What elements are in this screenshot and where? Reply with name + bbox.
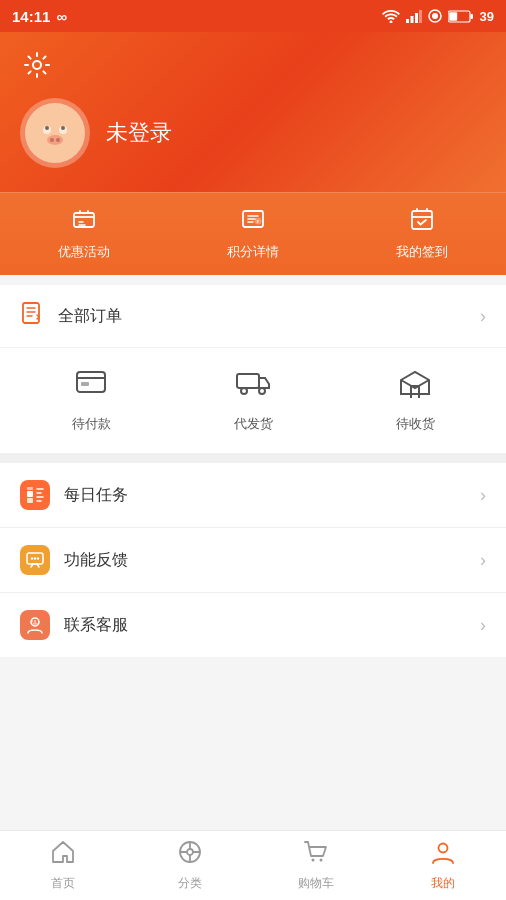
dispatching-label: 代发货 (234, 415, 273, 433)
order-status-row: 待付款 代发货 (0, 348, 506, 453)
all-orders-row[interactable]: 全部订单 › (0, 285, 506, 348)
nav-category-label: 分类 (178, 875, 202, 892)
promotions-label: 优惠活动 (58, 243, 110, 261)
pending-payment-label: 待付款 (72, 415, 111, 433)
category-icon (177, 839, 203, 871)
svg-point-39 (33, 622, 38, 624)
nav-cart[interactable]: 购物车 (253, 831, 380, 900)
menu-item-feedback[interactable]: 功能反馈 › (0, 528, 506, 592)
status-time: 14:11 (12, 8, 50, 25)
nav-home-label: 首页 (51, 875, 75, 892)
nav-home[interactable]: 首页 (0, 831, 127, 900)
battery-level: 39 (480, 9, 494, 24)
svg-rect-1 (410, 16, 413, 23)
svg-rect-23 (23, 303, 39, 323)
status-bar: 14:11 ∞ 39 (0, 0, 506, 32)
nav-mine[interactable]: 我的 (380, 831, 507, 900)
checkin-label: 我的签到 (396, 243, 448, 261)
header-area: 未登录 (0, 32, 506, 192)
svg-rect-0 (406, 19, 409, 23)
record-icon (428, 9, 442, 23)
svg-point-14 (50, 138, 54, 142)
pending-receipt-label: 待收货 (396, 415, 435, 433)
quick-link-checkin[interactable]: 我的签到 (337, 193, 506, 275)
svg-rect-24 (77, 372, 105, 392)
order-status-pending-receipt[interactable]: 待收货 (396, 364, 435, 433)
daily-tasks-label: 每日任务 (64, 485, 480, 506)
svg-rect-25 (81, 382, 89, 386)
menu-item-customer-service[interactable]: 联系客服 › (0, 593, 506, 657)
points-label: 积分详情 (227, 243, 279, 261)
order-status-dispatching[interactable]: 代发货 (234, 364, 273, 433)
pending-receipt-icon (397, 364, 433, 407)
svg-point-28 (259, 388, 265, 394)
svg-rect-8 (449, 12, 457, 21)
svg-point-35 (37, 557, 39, 559)
avatar (20, 98, 90, 168)
svg-rect-29 (27, 491, 33, 497)
svg-point-27 (241, 388, 247, 394)
svg-point-33 (31, 557, 33, 559)
promotions-icon (72, 207, 96, 237)
points-icon: ¥ (241, 207, 265, 237)
profile-row[interactable]: 未登录 (20, 98, 486, 168)
svg-point-16 (45, 126, 49, 130)
battery-icon (448, 10, 474, 23)
feedback-icon (20, 545, 50, 575)
svg-point-5 (432, 13, 438, 19)
svg-rect-22 (412, 211, 432, 229)
dispatching-icon (235, 364, 271, 407)
svg-rect-26 (237, 374, 259, 388)
mine-icon (430, 839, 456, 871)
all-orders-chevron: › (480, 306, 486, 327)
menu-item-daily-tasks[interactable]: 每日任务 › (0, 463, 506, 527)
bottom-nav: 首页 分类 购物车 我的 (0, 830, 506, 900)
svg-point-17 (61, 126, 65, 130)
all-orders-icon (20, 301, 44, 331)
status-left: 14:11 ∞ (12, 8, 67, 25)
feedback-chevron: › (480, 550, 486, 571)
svg-point-34 (34, 557, 36, 559)
svg-rect-31 (27, 498, 33, 503)
settings-button[interactable] (20, 48, 54, 82)
status-right: 39 (382, 9, 494, 24)
feedback-label: 功能反馈 (64, 550, 480, 571)
svg-rect-2 (415, 13, 418, 23)
nav-cart-label: 购物车 (298, 875, 334, 892)
wifi-icon (382, 9, 400, 23)
svg-point-42 (312, 859, 315, 862)
svg-point-10 (33, 111, 77, 155)
svg-point-44 (438, 844, 447, 853)
all-orders-label: 全部订单 (58, 306, 480, 327)
cart-icon (303, 839, 329, 871)
svg-rect-30 (27, 487, 33, 490)
order-status-pending-payment[interactable]: 待付款 (72, 364, 111, 433)
customer-service-icon (20, 610, 50, 640)
svg-point-13 (47, 135, 63, 145)
quick-links-bar: 优惠活动 ¥ 积分详情 我的签到 (0, 192, 506, 275)
svg-point-37 (31, 620, 33, 622)
svg-rect-7 (470, 14, 473, 19)
orders-section: 全部订单 › 待付款 (0, 285, 506, 453)
signal-icon (406, 9, 422, 23)
customer-service-chevron: › (480, 615, 486, 636)
svg-point-38 (34, 620, 36, 622)
svg-point-15 (56, 138, 60, 142)
customer-service-label: 联系客服 (64, 615, 480, 636)
daily-tasks-chevron: › (480, 485, 486, 506)
daily-tasks-icon (20, 480, 50, 510)
pending-payment-icon (73, 364, 109, 407)
content-area: 全部订单 › 待付款 (0, 285, 506, 657)
status-infinity: ∞ (56, 8, 67, 25)
quick-link-promotions[interactable]: 优惠活动 (0, 193, 169, 275)
svg-point-9 (33, 61, 41, 69)
nav-category[interactable]: 分类 (127, 831, 254, 900)
username-label: 未登录 (106, 118, 172, 148)
nav-mine-label: 我的 (431, 875, 455, 892)
quick-link-points[interactable]: ¥ 积分详情 (169, 193, 338, 275)
checkin-icon (410, 207, 434, 237)
svg-point-43 (320, 859, 323, 862)
svg-point-41 (187, 849, 193, 855)
svg-rect-3 (419, 10, 422, 23)
home-icon (50, 839, 76, 871)
